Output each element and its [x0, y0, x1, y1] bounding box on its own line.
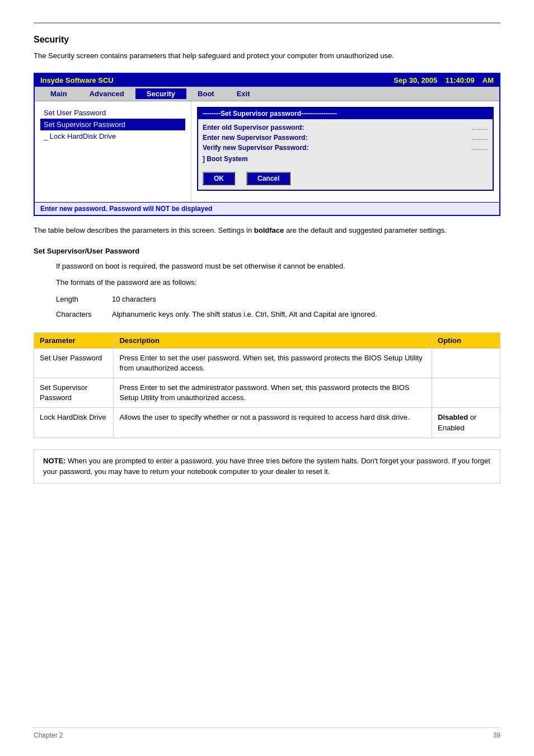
menu-lock-harddisk[interactable]: _ Lock HardDisk Drive [40, 130, 185, 142]
nav-boot[interactable]: Boot [186, 88, 226, 99]
subsection-content: If password on boot is required, the pas… [56, 260, 500, 321]
characters-value: Alphanumeric keys only. The shift status… [112, 308, 377, 321]
popup-old-password-label: Enter old Supervisor password: [203, 124, 304, 132]
note-label: NOTE: [43, 457, 65, 465]
cell-option-3: Disabled or Enabled [432, 408, 500, 438]
popup-checkbox-label: ] Boot System [203, 155, 248, 163]
popup-new-password-dots: ......... [471, 134, 488, 142]
length-value: 10 characters [112, 293, 156, 306]
characters-row: Characters Alphanumeric keys only. The s… [56, 308, 500, 321]
cell-desc-3: Allows the user to specify whether or no… [114, 408, 432, 438]
cell-param-1: Set User Password [34, 348, 114, 378]
nav-exit[interactable]: Exit [226, 88, 261, 99]
nav-advanced[interactable]: Advanced [78, 88, 135, 99]
subsection-para1: If password on boot is required, the pas… [56, 260, 500, 273]
menu-set-supervisor-password[interactable]: Set Supervisor Password [40, 119, 185, 130]
popup-checkbox-row: ] Boot System [203, 153, 488, 165]
cell-desc-1: Press Enter to set the user password. Wh… [114, 348, 432, 378]
bios-ampm: AM [483, 76, 494, 84]
popup-row-old-password: Enter old Supervisor password: ......... [203, 123, 488, 133]
popup-verify-password-label: Verify new Supervisor Password: [203, 144, 308, 152]
note-text: When you are prompted to enter a passwor… [43, 457, 490, 476]
nav-security[interactable]: Security [135, 88, 186, 99]
bios-popup: --------Set Supervisor password---------… [197, 107, 494, 191]
bios-nav: Main Advanced Security Boot Exit [35, 87, 499, 101]
intro-text: The Security screen contains parameters … [34, 50, 500, 62]
page-footer: Chapter 2 39 [34, 727, 500, 739]
bios-right-panel: --------Set Supervisor password---------… [191, 101, 499, 202]
table-row: Lock HardDisk Drive Allows the user to s… [34, 408, 500, 438]
popup-row-verify-password: Verify new Supervisor Password: ........… [203, 143, 488, 153]
popup-body: Enter old Supervisor password: .........… [198, 119, 493, 168]
bios-screen: Insyde Software SCU Sep 30, 2005 11:40:0… [34, 73, 500, 216]
table-header-row: Parameter Description Option [34, 332, 500, 348]
body-description: The table below describes the parameters… [34, 225, 500, 236]
subsection-title: Set Supervisor/User Password [34, 247, 500, 255]
popup-buttons: OK Cancel [198, 168, 493, 190]
bios-status-bar: Enter new password. Password will NOT be… [35, 202, 499, 215]
cell-desc-2: Press Enter to set the administrator pas… [114, 378, 432, 407]
table-row: Set User Password Press Enter to set the… [34, 348, 500, 378]
menu-set-user-password[interactable]: Set User Password [40, 107, 185, 119]
cell-option-1 [432, 348, 500, 378]
bios-left-panel: Set User Password Set Supervisor Passwor… [35, 101, 191, 202]
bios-datetime: Sep 30, 2005 11:40:09 AM [394, 76, 494, 84]
cell-param-2: Set Supervisor Password [34, 378, 114, 407]
bios-date: Sep 30, 2005 [394, 76, 437, 84]
popup-old-password-dots: ......... [471, 124, 488, 132]
characters-label: Characters [56, 308, 112, 321]
bios-title: Insyde Software SCU [40, 76, 114, 84]
nav-main[interactable]: Main [39, 88, 78, 99]
table-row: Set Supervisor Password Press Enter to s… [34, 378, 500, 407]
cell-param-3: Lock HardDisk Drive [34, 408, 114, 438]
params-table: Parameter Description Option Set User Pa… [34, 332, 500, 438]
footer-right: 39 [493, 731, 500, 739]
cell-option-2 [432, 378, 500, 407]
section-title: Security [34, 35, 500, 45]
cancel-button[interactable]: Cancel [246, 172, 291, 185]
bios-time: 11:40:09 [446, 76, 475, 84]
col-parameter: Parameter [34, 332, 114, 348]
col-option: Option [432, 332, 500, 348]
option-bold: Disabled [438, 413, 468, 421]
bios-body: Set User Password Set Supervisor Passwor… [35, 101, 499, 202]
top-rule [34, 22, 500, 24]
length-row: Length 10 characters [56, 293, 500, 306]
bios-header: Insyde Software SCU Sep 30, 2005 11:40:0… [35, 74, 499, 87]
length-label: Length [56, 293, 112, 306]
subsection-para2: The formats of the password are as follo… [56, 276, 500, 289]
note-box: NOTE: When you are prompted to enter a p… [34, 449, 500, 483]
popup-new-password-label: Enter new Supervisor Password: [203, 134, 307, 142]
popup-title: --------Set Supervisor password---------… [198, 108, 493, 119]
popup-verify-password-dots: ......... [471, 144, 488, 152]
footer-left: Chapter 2 [34, 731, 63, 739]
ok-button[interactable]: OK [203, 172, 235, 185]
col-description: Description [114, 332, 432, 348]
popup-row-new-password: Enter new Supervisor Password: ......... [203, 133, 488, 143]
